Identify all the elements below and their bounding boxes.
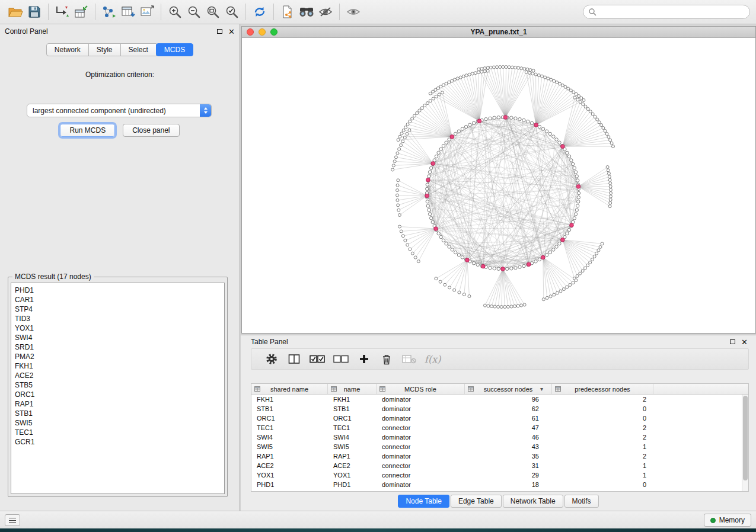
mcds-result-item[interactable]: FKH1	[11, 361, 224, 371]
search-icon	[588, 8, 596, 16]
mcds-result-item[interactable]: SWI5	[11, 418, 224, 428]
float-table-panel-icon[interactable]	[730, 339, 735, 344]
mcds-result-list[interactable]: PHD1CAR1STP4TID3YOX1SWI4SRD1PMA2FKH1ACE2…	[11, 283, 225, 494]
memory-label: Memory	[719, 516, 745, 524]
tab-network-table[interactable]: Network Table	[503, 495, 563, 508]
tab-mcds[interactable]: MCDS	[156, 43, 193, 56]
right-workspace: YPA_prune.txt_1 Table Panel ✕	[241, 24, 756, 511]
mcds-result-item[interactable]: STP4	[11, 305, 224, 314]
mcds-result-item[interactable]: YOX1	[11, 323, 224, 333]
table-row[interactable]: ORC1ORC1dominator610	[251, 414, 748, 423]
window-maximize-icon[interactable]	[270, 28, 277, 36]
refresh-icon[interactable]	[250, 3, 269, 21]
window-close-icon[interactable]	[247, 28, 254, 36]
status-bar: Memory	[0, 511, 756, 528]
network-window-title: YPA_prune.txt_1	[470, 28, 527, 36]
mcds-result-item[interactable]: SWI4	[11, 333, 224, 342]
column-header-name[interactable]: name	[328, 384, 377, 394]
table-row[interactable]: YOX1YOX1connector291	[251, 470, 748, 480]
mcds-result-item[interactable]: PHD1	[11, 286, 224, 295]
style-preview-icon[interactable]	[316, 3, 335, 21]
zoom-in-icon[interactable]	[165, 3, 184, 21]
column-type-icon	[331, 386, 337, 392]
table-scrollbar[interactable]	[742, 395, 748, 491]
tab-edge-table[interactable]: Edge Table	[451, 495, 502, 508]
import-table-icon[interactable]	[72, 3, 91, 21]
mcds-result-item[interactable]: PMA2	[11, 352, 224, 361]
dropdown-selected-value: largest connected component (undirected)	[27, 107, 200, 115]
column-header-shared-name[interactable]: shared name	[251, 384, 328, 394]
column-type-icon	[555, 386, 561, 392]
table-row[interactable]: SWI4SWI4dominator462	[251, 432, 748, 442]
mcds-result-item[interactable]: TID3	[11, 314, 224, 323]
toolbar-divider	[273, 4, 274, 20]
tab-network[interactable]: Network	[46, 43, 89, 56]
tab-motifs[interactable]: Motifs	[564, 495, 599, 508]
mcds-result-item[interactable]: GCR1	[11, 437, 224, 447]
node-table: shared name name MCDS role successor nod…	[251, 383, 749, 492]
table-row[interactable]: PHD1PHD1dominator180	[251, 480, 748, 489]
select-all-icon[interactable]	[310, 351, 325, 367]
dropdown-stepper-icon	[200, 104, 211, 117]
save-icon[interactable]	[25, 3, 44, 21]
export-image-icon[interactable]	[138, 3, 157, 21]
column-type-icon	[468, 386, 474, 392]
network-canvas[interactable]	[242, 38, 755, 333]
mcds-result-item[interactable]: RAP1	[11, 399, 224, 409]
show-hide-icon[interactable]	[344, 3, 363, 21]
table-row[interactable]: ACE2ACE2connector311	[251, 461, 748, 470]
close-table-panel-icon[interactable]: ✕	[741, 338, 748, 346]
sort-dropdown-icon[interactable]: ▾	[540, 386, 543, 392]
float-panel-icon[interactable]	[217, 29, 222, 34]
zoom-selected-icon[interactable]	[222, 3, 241, 21]
tab-select[interactable]: Select	[120, 43, 157, 56]
column-header-mcds-role[interactable]: MCDS role	[377, 384, 465, 394]
search-network-icon[interactable]	[297, 3, 316, 21]
tab-node-table[interactable]: Node Table	[398, 495, 449, 508]
status-menu-button[interactable]	[5, 514, 20, 526]
mcds-result-item[interactable]: STB5	[11, 380, 224, 390]
tab-style[interactable]: Style	[88, 43, 121, 56]
column-type-icon	[379, 386, 385, 392]
table-row[interactable]: SWI5SWI5connector431	[251, 442, 748, 451]
open-file-icon[interactable]	[6, 3, 25, 21]
close-panel-icon[interactable]: ✕	[228, 28, 235, 36]
mcds-result-item[interactable]: TEC1	[11, 428, 224, 437]
table-row[interactable]: STB1STB1dominator620	[251, 404, 748, 414]
window-minimize-icon[interactable]	[259, 28, 266, 36]
column-header-predecessor-nodes[interactable]: predecessor nodes	[552, 384, 653, 394]
network-window-titlebar[interactable]: YPA_prune.txt_1	[242, 27, 755, 38]
document-share-icon[interactable]	[278, 3, 297, 21]
table-row[interactable]: FKH1FKH1dominator962	[251, 395, 748, 404]
column-header-filler	[653, 384, 748, 394]
search-input[interactable]	[596, 8, 745, 16]
zoom-fit-icon[interactable]	[203, 3, 222, 21]
run-mcds-button[interactable]: Run MCDS	[60, 124, 115, 137]
add-column-icon[interactable]	[357, 351, 371, 367]
column-layout-icon[interactable]	[287, 351, 301, 367]
function-builder-icon: f(x)	[425, 351, 441, 367]
zoom-out-icon[interactable]	[184, 3, 203, 21]
memory-button[interactable]: Memory	[704, 514, 751, 527]
close-panel-button[interactable]: Close panel	[123, 124, 179, 137]
mcds-result-item[interactable]: ORC1	[11, 390, 224, 399]
table-settings-gear-icon[interactable]	[264, 351, 279, 367]
table-scrollbar-thumb[interactable]	[743, 396, 748, 480]
mcds-result-item[interactable]: STB1	[11, 409, 224, 418]
new-network-icon[interactable]	[100, 3, 119, 21]
deselect-all-icon[interactable]	[333, 351, 349, 367]
mcds-result-item[interactable]: ACE2	[11, 371, 224, 380]
table-row[interactable]: RAP1RAP1dominator352	[251, 451, 748, 461]
table-row[interactable]: TEC1TEC1connector472	[251, 423, 748, 432]
control-panel-tabs: Network Style Select MCDS	[0, 43, 240, 56]
table-toolbar: f(x)	[251, 348, 749, 370]
new-table-icon[interactable]	[119, 3, 138, 21]
global-search[interactable]	[583, 5, 750, 19]
import-network-icon[interactable]	[53, 3, 72, 21]
mcds-result-title: MCDS result (17 nodes)	[12, 273, 94, 281]
delete-column-icon[interactable]	[379, 351, 394, 367]
optimization-criterion-dropdown[interactable]: largest connected component (undirected)	[27, 104, 212, 117]
column-header-successor-nodes[interactable]: successor nodes ▾	[465, 384, 552, 394]
mcds-result-item[interactable]: SRD1	[11, 342, 224, 352]
mcds-result-item[interactable]: CAR1	[11, 295, 224, 305]
